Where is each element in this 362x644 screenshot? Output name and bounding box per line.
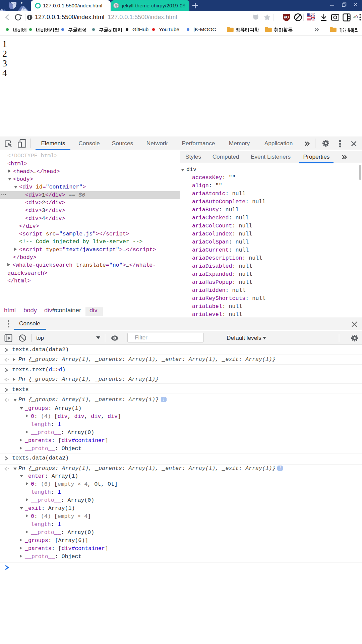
svg-text:uO: uO bbox=[284, 15, 289, 19]
